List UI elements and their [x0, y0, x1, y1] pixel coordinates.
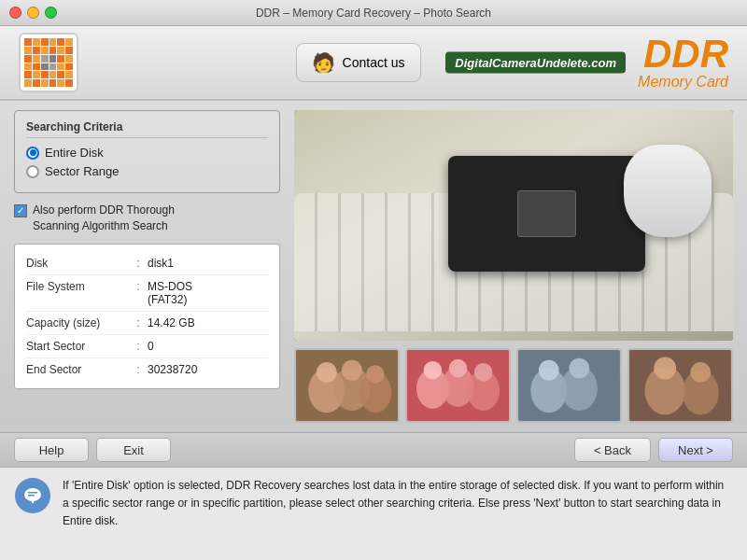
thorough-scan-checkbox-row[interactable]: ✓ Also perform DDR ThoroughScanning Algo…: [14, 203, 280, 234]
thumb-3-img: [518, 350, 620, 421]
memory-card-text: Memory Card: [638, 74, 728, 91]
thumb-4-img: [629, 350, 731, 421]
svg-point-23: [690, 362, 711, 383]
svg-point-4: [317, 362, 337, 383]
capacity-colon: :: [129, 316, 148, 329]
chat-icon: [22, 485, 43, 506]
exit-button[interactable]: Exit: [96, 438, 171, 462]
filesystem-row: File System : MS-DOS(FAT32): [26, 275, 268, 312]
search-criteria-box: Searching Criteria Entire Disk Sector Ra…: [14, 110, 280, 193]
end-sector-colon: :: [129, 363, 148, 376]
title-bar: DDR – Memory Card Recovery – Photo Searc…: [0, 0, 747, 26]
sector-range-radio[interactable]: [26, 165, 39, 178]
website-badge: DigitalCameraUndelete.com: [445, 52, 626, 74]
photo-desk-bg: [294, 110, 733, 341]
info-icon-container: [14, 477, 51, 514]
logo-mosaic: [24, 38, 73, 87]
start-sector-row: Start Sector : 0: [26, 335, 268, 358]
contact-button[interactable]: 🧑 Contact us: [296, 43, 421, 82]
capacity-key: Capacity (size): [26, 316, 129, 329]
start-sector-colon: :: [129, 340, 148, 353]
thorough-scan-checkbox[interactable]: ✓: [14, 204, 27, 217]
thorough-scan-label: Also perform DDR ThoroughScanning Algori…: [33, 203, 175, 234]
contact-icon: 🧑: [312, 51, 335, 74]
disk-row: Disk : disk1: [26, 252, 268, 275]
thumbnail-3[interactable]: [516, 348, 622, 423]
info-bar: If 'Entire Disk' option is selected, DDR…: [0, 468, 747, 560]
start-sector-value: 0: [148, 340, 154, 353]
svg-rect-26: [28, 492, 37, 494]
next-button[interactable]: Next >: [658, 438, 733, 462]
disk-info-table: Disk : disk1 File System : MS-DOS(FAT32)…: [14, 244, 280, 389]
svg-point-5: [342, 360, 362, 381]
end-sector-value: 30238720: [148, 363, 197, 376]
svg-point-12: [449, 359, 468, 378]
ddr-logo: DDR Memory Card: [638, 35, 728, 91]
header: 🧑 Contact us DigitalCameraUndelete.com D…: [0, 26, 747, 101]
bottom-buttons-bar: Help Exit < Back Next >: [0, 432, 747, 468]
entire-disk-label: Entire Disk: [45, 146, 104, 160]
thumbnail-row: [294, 348, 733, 423]
right-panel: [294, 110, 733, 423]
entire-disk-option[interactable]: Entire Disk: [26, 146, 268, 160]
svg-point-6: [366, 365, 385, 384]
start-sector-key: Start Sector: [26, 340, 129, 353]
thumbnail-4[interactable]: [627, 348, 733, 423]
svg-point-22: [654, 357, 676, 380]
capacity-value: 14.42 GB: [148, 316, 195, 329]
help-button[interactable]: Help: [14, 438, 89, 462]
checkmark-icon: ✓: [17, 206, 24, 216]
ddr-brand-text: DDR: [638, 35, 728, 74]
main-photo: [294, 110, 733, 341]
sector-range-label: Sector Range: [45, 164, 120, 178]
photo-mouse: [624, 145, 712, 237]
thumbnail-2[interactable]: [405, 348, 511, 423]
info-bar-text: If 'Entire Disk' option is selected, DDR…: [63, 477, 733, 531]
main-content: Searching Criteria Entire Disk Sector Ra…: [0, 101, 747, 432]
close-button[interactable]: [9, 7, 21, 19]
end-sector-key: End Sector: [26, 363, 129, 376]
window-title: DDR – Memory Card Recovery – Photo Searc…: [256, 7, 491, 20]
maximize-button[interactable]: [45, 7, 57, 19]
app-logo: [19, 33, 78, 92]
thumb-2-img: [407, 350, 509, 421]
disk-colon: :: [129, 257, 148, 270]
speech-bubble-icon: [15, 478, 50, 513]
capacity-row: Capacity (size) : 14.42 GB: [26, 312, 268, 335]
filesystem-value: MS-DOS(FAT32): [148, 280, 192, 306]
search-criteria-title: Searching Criteria: [26, 120, 268, 138]
filesystem-colon: :: [129, 280, 148, 293]
disk-value: disk1: [148, 257, 174, 270]
minimize-button[interactable]: [27, 7, 39, 19]
sector-range-option[interactable]: Sector Range: [26, 164, 268, 178]
disk-key: Disk: [26, 257, 129, 270]
photo-card-reader: [448, 156, 646, 272]
entire-disk-radio[interactable]: [26, 147, 39, 160]
filesystem-key: File System: [26, 280, 129, 293]
end-sector-row: End Sector : 30238720: [26, 358, 268, 381]
contact-label: Contact us: [343, 55, 405, 70]
window-controls[interactable]: [9, 7, 57, 19]
svg-point-18: [570, 358, 590, 379]
svg-point-11: [424, 361, 443, 380]
thumbnail-1[interactable]: [294, 348, 400, 423]
svg-rect-27: [28, 495, 35, 497]
thumb-1-img: [296, 350, 398, 421]
svg-point-13: [474, 363, 493, 382]
left-panel: Searching Criteria Entire Disk Sector Ra…: [14, 110, 280, 423]
back-button[interactable]: < Back: [574, 438, 651, 462]
svg-point-17: [539, 360, 559, 381]
